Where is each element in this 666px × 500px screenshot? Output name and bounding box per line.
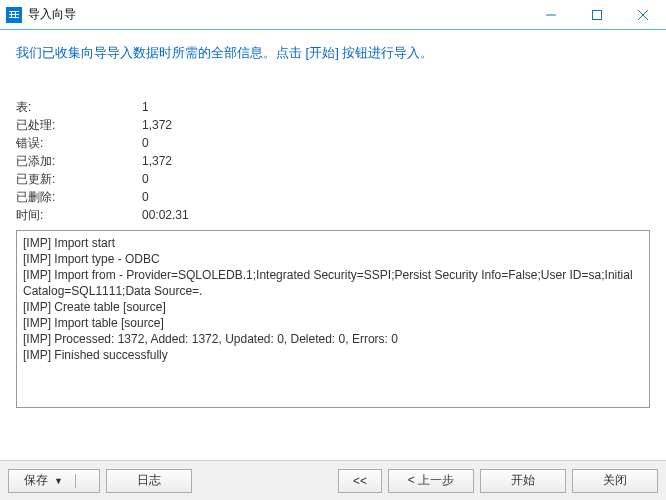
log-button[interactable]: 日志 [106,469,192,493]
stats-table: 表: 1 已处理: 1,372 错误: 0 已添加: 1,372 已更新: 0 … [16,98,650,224]
first-button[interactable]: << [338,469,382,493]
chevron-down-icon: ▼ [54,476,63,486]
minimize-button[interactable] [528,0,574,29]
stats-row: 已删除: 0 [16,188,650,206]
log-textarea[interactable]: [IMP] Import start [IMP] Import type - O… [16,230,650,408]
window-controls [528,0,666,29]
window-title: 导入向导 [28,6,528,23]
save-button-label: 保存 [24,472,48,489]
stats-label: 已更新: [16,170,142,188]
stats-row: 错误: 0 [16,134,650,152]
svg-rect-3 [9,17,19,18]
svg-rect-2 [9,14,19,15]
stats-row: 已添加: 1,372 [16,152,650,170]
start-button[interactable]: 开始 [480,469,566,493]
stats-label: 时间: [16,206,142,224]
content-area: 我们已收集向导导入数据时所需的全部信息。点击 [开始] 按钮进行导入。 表: 1… [0,30,666,460]
log-line: [IMP] Import table [source] [23,315,643,331]
stats-value: 0 [142,188,149,206]
close-button[interactable] [620,0,666,29]
log-line: [IMP] Finished successfully [23,347,643,363]
stats-label: 已添加: [16,152,142,170]
log-line: [IMP] Import start [23,235,643,251]
stats-value: 0 [142,134,149,152]
stats-value: 1,372 [142,116,172,134]
titlebar: 导入向导 [0,0,666,30]
svg-rect-4 [11,11,12,18]
app-icon [6,7,22,23]
stats-row: 表: 1 [16,98,650,116]
stats-label: 已处理: [16,116,142,134]
stats-value: 1 [142,98,149,116]
stats-label: 表: [16,98,142,116]
log-line: [IMP] Import from - Provider=SQLOLEDB.1;… [23,267,643,299]
log-line: [IMP] Import type - ODBC [23,251,643,267]
stats-label: 已删除: [16,188,142,206]
close-dialog-button[interactable]: 关闭 [572,469,658,493]
stats-value: 00:02.31 [142,206,189,224]
log-line: [IMP] Processed: 1372, Added: 1372, Upda… [23,331,643,347]
log-line: [IMP] Create table [source] [23,299,643,315]
save-button[interactable]: 保存 ▼ [8,469,100,493]
stats-row: 已更新: 0 [16,170,650,188]
svg-rect-1 [9,11,19,12]
stats-label: 错误: [16,134,142,152]
svg-rect-7 [593,10,602,19]
stats-row: 已处理: 1,372 [16,116,650,134]
stats-value: 1,372 [142,152,172,170]
svg-rect-5 [15,11,16,18]
maximize-button[interactable] [574,0,620,29]
back-button[interactable]: < 上一步 [388,469,474,493]
stats-row: 时间: 00:02.31 [16,206,650,224]
stats-value: 0 [142,170,149,188]
button-bar: 保存 ▼ 日志 << < 上一步 开始 关闭 [0,460,666,500]
header-message: 我们已收集向导导入数据时所需的全部信息。点击 [开始] 按钮进行导入。 [16,44,650,62]
